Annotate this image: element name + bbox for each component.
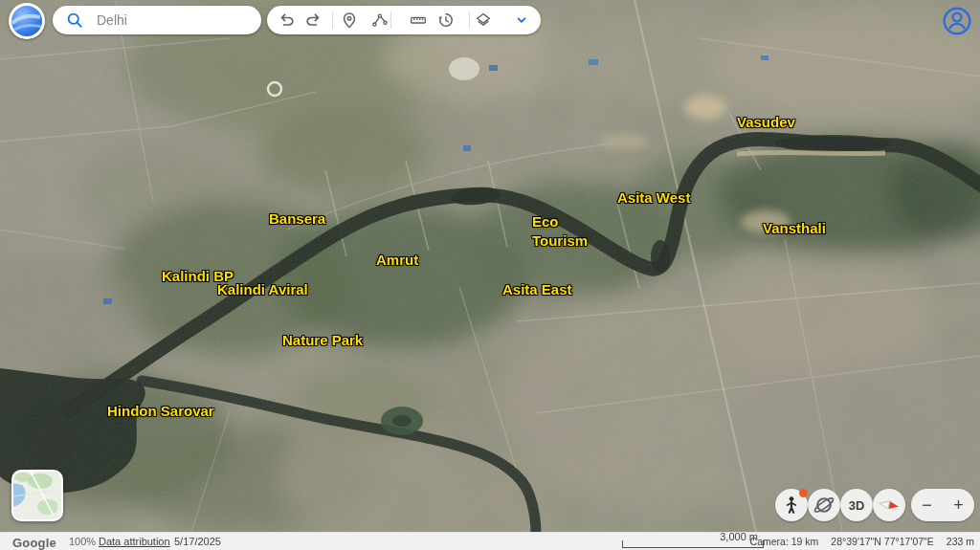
map-label-vasudev: Vasudev: [737, 113, 795, 132]
street-view-pegman-button[interactable]: [775, 489, 808, 521]
account-circle-icon: [941, 5, 973, 37]
map-label-amrut: Amrut: [376, 251, 418, 270]
redo-icon: [303, 11, 323, 30]
map-label-kalindi-aviral: Kalindi Aviral: [217, 280, 308, 299]
earth-globe-icon: [11, 5, 43, 37]
toolbar: [267, 6, 541, 34]
undo-button[interactable]: [276, 9, 299, 32]
redo-button[interactable]: [301, 9, 324, 32]
layers-button[interactable]: [472, 9, 495, 32]
map-label-bansera: Bansera: [269, 209, 325, 229]
camera-altitude: Camera: 19 km: [750, 536, 819, 547]
map-label-nature-park: Nature Park: [282, 331, 363, 350]
pegman-icon: [781, 495, 802, 516]
path-polyline-icon: [370, 11, 390, 30]
pegman-status-dot: [799, 489, 808, 497]
toolbar-divider: [332, 11, 333, 29]
imagery-date: 5/17/2025: [174, 536, 221, 547]
history-clock-icon: [436, 11, 456, 30]
google-earth-logo[interactable]: [9, 3, 45, 39]
orbit-button[interactable]: [808, 489, 840, 521]
map-style-preview[interactable]: [11, 470, 63, 521]
historical-imagery-button[interactable]: [434, 9, 457, 32]
coordinates: 28°39'17"N 77°17'07"E: [831, 536, 933, 547]
undo-icon: [278, 11, 297, 30]
data-attribution-link[interactable]: Data attribution: [99, 536, 170, 547]
elevation: 233 m: [947, 536, 974, 547]
map-label-eco-tourism: Eco Tourism: [532, 212, 588, 251]
toolbar-divider: [469, 11, 470, 29]
minimap-2d-icon: [13, 472, 57, 516]
ruler-icon: [409, 11, 428, 30]
scale-bar: [622, 540, 764, 548]
imagery-quality-percent: 100%: [69, 536, 96, 547]
add-path-button[interactable]: [368, 9, 391, 32]
chevron-down-icon: [512, 11, 531, 30]
map-label-asita-west: Asita West: [617, 188, 690, 208]
zoom-out-button[interactable]: −: [911, 489, 943, 521]
status-bar: Google 100% Data attribution 5/17/2025 3…: [0, 532, 980, 550]
search-input[interactable]: [95, 11, 252, 29]
map-label-kalindi-bp: Kalindi BP: [162, 267, 234, 286]
zoom-control: − +: [911, 489, 974, 521]
toggle-3d-button[interactable]: 3D: [840, 489, 873, 521]
collapse-toolbar-button[interactable]: [510, 9, 533, 32]
zoom-in-button[interactable]: +: [943, 489, 974, 521]
camera-info: Camera: 19 km 28°39'17"N 77°17'07"E 233 …: [750, 536, 974, 547]
map-label-hindon-sarovar: Hindon Sarovar: [107, 402, 214, 421]
toolbar-divider: [390, 11, 391, 29]
orbit-icon: [813, 494, 835, 517]
measure-button[interactable]: [407, 9, 430, 32]
search-bar[interactable]: [53, 6, 261, 34]
add-placemark-button[interactable]: [338, 9, 361, 32]
compass-button[interactable]: [873, 489, 905, 521]
map-label-vansthali: Vansthali: [763, 219, 826, 238]
layers-icon: [474, 11, 493, 30]
satellite-map[interactable]: VasudevAsita WestVansthaliEco TourismBan…: [0, 0, 980, 532]
compass-needle-icon: [878, 494, 901, 517]
google-wordmark: Google: [12, 536, 56, 550]
map-labels-layer: VasudevAsita WestVansthaliEco TourismBan…: [0, 0, 980, 532]
placemark-pin-icon: [340, 11, 359, 30]
map-label-asita-east: Asita East: [502, 280, 572, 299]
3d-label: 3D: [849, 498, 865, 513]
search-icon: [64, 10, 85, 31]
account-button[interactable]: [941, 5, 973, 37]
